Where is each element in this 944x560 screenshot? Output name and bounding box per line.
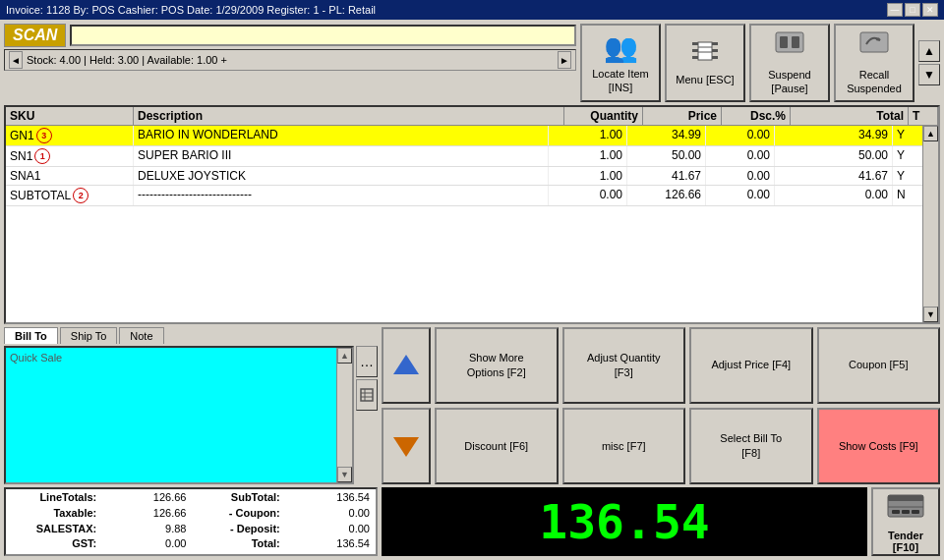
cell-sku: SNA1 (6, 167, 134, 185)
svg-rect-19 (892, 510, 900, 514)
tab-note[interactable]: Note (119, 327, 163, 344)
adjust-price-button[interactable]: Adjust Price [F4] (689, 327, 813, 404)
up-arrow-button[interactable] (382, 327, 431, 404)
badge: 3 (36, 128, 52, 143)
down-arrow-button[interactable] (382, 408, 431, 484)
table-scroll-down[interactable]: ▼ (923, 307, 938, 322)
line-totals-label: LineTotals: (8, 491, 98, 506)
cell-sku: SUBTOTAL 2 (6, 186, 134, 205)
menu-label: Menu [ESC] (676, 74, 734, 86)
col-description: Description (134, 107, 564, 125)
scan-label: SCAN (4, 24, 66, 47)
cell-qty: 0.00 (549, 186, 627, 205)
svg-rect-20 (902, 510, 910, 514)
cell-price: 41.67 (627, 167, 706, 185)
tender-label: Tender [F10] (888, 530, 923, 553)
show-costs-button[interactable]: Show Costs [F9] (817, 408, 941, 484)
cell-desc: DELUXE JOYSTICK (134, 167, 549, 185)
subtotal-label: SubTotal: (192, 491, 282, 506)
coupon-val: 0.00 (283, 507, 374, 522)
taxable-label: Taxable: (8, 507, 98, 522)
deposit-val: 0.00 (283, 523, 374, 537)
cell-total: 50.00 (775, 146, 893, 166)
cell-qty: 1.00 (549, 146, 627, 166)
locate-label: Locate Item [INS] (592, 68, 648, 93)
cell-qty: 1.00 (549, 167, 627, 185)
cell-dsc: 0.00 (706, 186, 775, 205)
locate-icon: 👥 (604, 31, 638, 64)
svg-rect-21 (912, 510, 919, 514)
taxable-val: 126.66 (99, 507, 190, 522)
line-totals-val: 126.66 (99, 491, 190, 506)
tab-side-button-2[interactable] (356, 379, 378, 411)
gst-val: 0.00 (99, 537, 190, 552)
cell-price: 126.66 (627, 186, 706, 205)
table-row[interactable]: SNA1DELUXE JOYSTICK1.0041.670.0041.67Y (6, 167, 938, 186)
cell-desc: ----------------------------- (134, 186, 549, 205)
subtotal-val: 136.54 (283, 491, 374, 506)
cell-sku: SN1 1 (6, 146, 134, 166)
cell-dsc: 0.00 (706, 126, 775, 145)
quick-sale-label: Quick Sale (10, 352, 62, 364)
gst-label: GST: (8, 537, 98, 552)
menu-button[interactable]: Menu [ESC] (665, 24, 745, 102)
cell-desc: SUPER BARIO III (134, 146, 549, 166)
recall-suspended-button[interactable]: Recall Suspended (834, 24, 914, 102)
maximize-button[interactable]: □ (905, 3, 920, 17)
tab-ship-to[interactable]: Ship To (60, 327, 118, 344)
svg-rect-9 (860, 32, 888, 52)
menu-icon (690, 38, 720, 70)
coupon-button[interactable]: Coupon [F5] (817, 327, 941, 404)
window-title: Invoice: 1128 By: POS Cashier: POS Date:… (6, 4, 376, 16)
scan-input[interactable] (70, 25, 576, 46)
close-button[interactable]: ✕ (922, 3, 938, 17)
badge: 1 (34, 148, 50, 164)
table-row[interactable]: GN1 3BARIO IN WONDERLAND1.0034.990.0034.… (6, 126, 938, 146)
cell-dsc: 0.00 (706, 146, 775, 166)
tender-icon (886, 491, 925, 528)
discount-button[interactable]: Discount [F6] (435, 408, 559, 484)
col-total: Total (791, 107, 909, 125)
total-val: 136.54 (283, 537, 374, 552)
tab-scroll-up[interactable]: ▲ (337, 348, 352, 364)
show-more-button[interactable]: Show More Options [F2] (435, 327, 559, 404)
cell-total: 41.67 (775, 167, 893, 185)
tab-bill-to[interactable]: Bill To (4, 327, 58, 344)
suspend-button[interactable]: Suspend [Pause] (749, 24, 830, 102)
table-row[interactable]: SN1 1SUPER BARIO III1.0050.000.0050.00Y (6, 146, 938, 167)
stock-nav-right[interactable]: ► (558, 51, 571, 69)
suspend-label: Suspend [Pause] (768, 69, 810, 94)
badge: 2 (73, 188, 88, 203)
scroll-up-button[interactable]: ▲ (918, 40, 940, 62)
select-bill-button[interactable]: Select Bill To [F8] (689, 408, 813, 484)
stock-nav-left[interactable]: ◄ (9, 51, 23, 69)
deposit-label: - Deposit: (192, 523, 282, 537)
cell-sku: GN1 3 (6, 126, 134, 145)
suspend-icon (774, 30, 805, 65)
scroll-down-button[interactable]: ▼ (918, 64, 940, 85)
tab-side-button-1[interactable]: … (356, 346, 378, 377)
svg-rect-17 (888, 495, 923, 501)
minimize-button[interactable]: — (887, 3, 903, 17)
tab-scroll-down[interactable]: ▼ (337, 467, 352, 482)
locate-item-button[interactable]: 👥 Locate Item [INS] (580, 24, 661, 102)
adjust-qty-button[interactable]: Adjust Quantity [F3] (562, 327, 686, 404)
col-dsc: Dsc.% (722, 107, 791, 125)
table-scroll-up[interactable]: ▲ (923, 126, 938, 141)
cell-price: 50.00 (627, 146, 706, 166)
cell-price: 34.99 (627, 126, 706, 145)
misc-button[interactable]: misc [F7] (562, 408, 686, 484)
svg-marker-15 (393, 437, 419, 457)
col-price: Price (643, 107, 722, 125)
cell-total: 0.00 (775, 186, 893, 205)
coupon-label: - Coupon: (192, 507, 282, 522)
svg-rect-7 (780, 36, 788, 48)
big-total: 136.54 (539, 494, 709, 549)
cell-dsc: 0.00 (706, 167, 775, 185)
table-row[interactable]: SUBTOTAL 2-----------------------------0… (6, 186, 938, 206)
svg-rect-3 (698, 42, 712, 60)
svg-rect-8 (792, 36, 799, 48)
cell-total: 34.99 (775, 126, 893, 145)
tender-button[interactable]: Tender [F10] (871, 487, 940, 556)
svg-rect-10 (361, 389, 373, 401)
